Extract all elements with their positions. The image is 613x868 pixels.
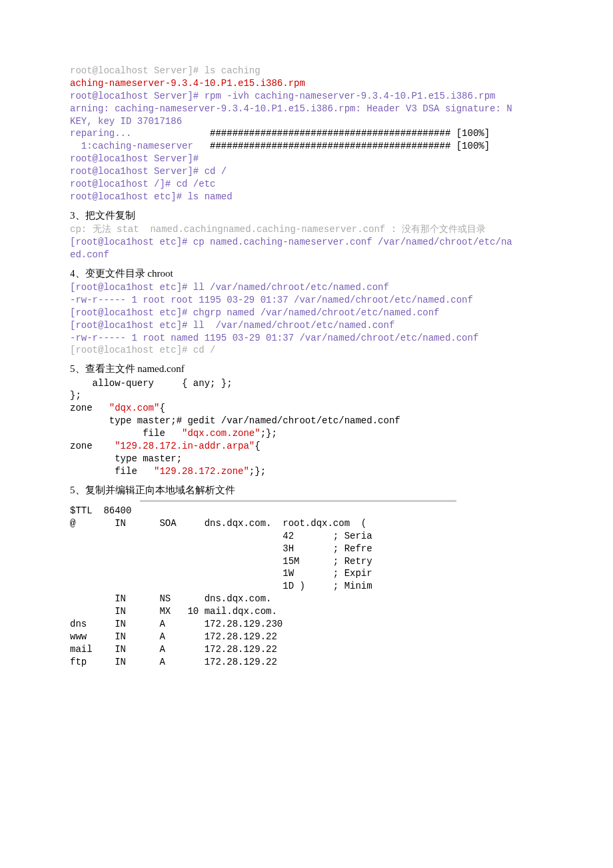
zone-row: 3H ; Refre	[70, 543, 543, 555]
line: root@loca1host Server]# cd /	[70, 165, 543, 178]
named-conf-block: allow-query { any; }; }; zone "dqx.com"{…	[70, 377, 543, 478]
line: [root@loca1host etc]# ll /var/named/chro…	[70, 319, 543, 332]
zone-file-block: $TTL 86400 @ IN SOA dns.dqx.com. root.dq…	[70, 505, 543, 669]
line: type master;# gedit /var/named/chroot/et…	[70, 415, 543, 427]
divider	[140, 500, 456, 502]
zone-row: mail IN A 172.28.129.22	[70, 643, 543, 656]
zone-row: ftp IN A 172.28.129.22	[70, 656, 543, 669]
line: [root@loca1host etc]# cd /	[70, 344, 543, 357]
line: root@loca1host etc]# ls named	[70, 191, 543, 203]
zone-row: $TTL 86400	[70, 505, 543, 517]
terminal-output-4: [root@loca1host etc]# ll /var/named/chro…	[70, 281, 543, 357]
line: ed.conf	[70, 249, 543, 261]
heading-4: 4、变更文件目录 chroot	[70, 267, 543, 280]
line: root@localhost Server]# ls caching	[70, 65, 543, 77]
line: [root@loca1host etc]# ll /var/named/chro…	[70, 281, 543, 294]
line: };	[70, 389, 543, 402]
line: root@loca1host Server]# rpm -ivh caching…	[70, 90, 543, 103]
zone-row: www IN A 172.28.129.22	[70, 631, 543, 643]
zone-row: @ IN SOA dns.dqx.com. root.dqx.com (	[70, 517, 543, 530]
zone-row: 42 ; Seria	[70, 530, 543, 543]
line: KEY, key ID 37017186	[70, 115, 543, 128]
zone-row: IN MX 10 mail.dqx.com.	[70, 605, 543, 618]
line: 1:caching-nameserver ###################…	[70, 140, 543, 153]
line: zone "dqx.com"{	[70, 402, 543, 415]
line: arning: caching-nameserver-9.3.4-10.P1.e…	[70, 103, 543, 115]
line: -rw-r----- 1 root root 1195 03-29 01:37 …	[70, 294, 543, 307]
zone-row: 15M ; Retry	[70, 555, 543, 568]
line: [root@loca1host etc]# chgrp named /var/n…	[70, 307, 543, 319]
line: allow-query { any; };	[70, 377, 543, 390]
zone-row: 1D ) ; Minim	[70, 580, 543, 593]
line: -rw-r----- 1 root named 1195 03-29 01:37…	[70, 332, 543, 345]
heading-5a: 5、查看主文件 named.conf	[70, 362, 543, 375]
line: file "dqx.com.zone";};	[70, 427, 543, 440]
line: zone "129.28.172.in-addr.arpa"{	[70, 440, 543, 453]
line: reparing... ############################…	[70, 127, 543, 140]
line: file "129.28.172.zone";};	[70, 465, 543, 478]
zone-row: 1W ; Expir	[70, 567, 543, 580]
zone-row: IN NS dns.dqx.com.	[70, 593, 543, 605]
terminal-output-1: root@localhost Server]# ls caching achin…	[70, 65, 543, 203]
line: root@loca1host /]# cd /etc	[70, 178, 543, 191]
line: [root@loca1host etc]# cp named.caching-n…	[70, 236, 543, 249]
line: root@loca1host Server]#	[70, 153, 543, 165]
line: type master;	[70, 453, 543, 465]
heading-5b: 5、复制并编辑正向本地域名解析文件	[70, 483, 543, 497]
terminal-output-3: cp: 无法 stat named.cachingnamed.caching-n…	[70, 223, 543, 261]
line: cp: 无法 stat named.cachingnamed.caching-n…	[70, 223, 543, 236]
zone-row: dns IN A 172.28.129.230	[70, 618, 543, 631]
heading-3: 3、把文件复制	[70, 209, 543, 222]
line: aching-nameserver-9.3.4-10.P1.e15.i386.r…	[70, 77, 543, 90]
